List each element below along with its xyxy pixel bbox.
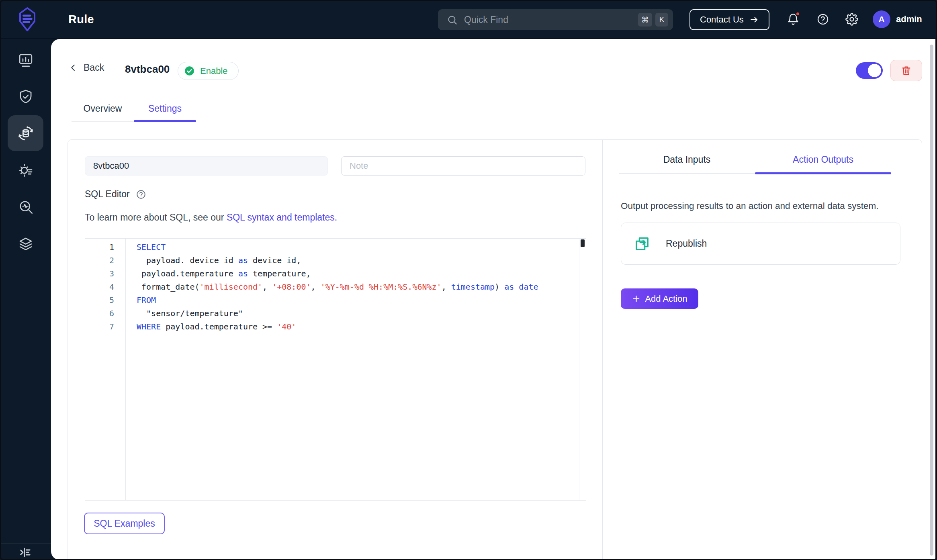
code-line: 4 format_date('millisecond', '+08:00', '… (85, 280, 579, 294)
cmd-key-badge: ⌘ (638, 13, 652, 27)
republish-icon (633, 235, 651, 253)
rule-id-input[interactable] (85, 156, 328, 176)
help-circle-icon (816, 13, 829, 26)
avatar-letter: A (878, 14, 884, 24)
code-line: 2 payload. device_id as device_id, (85, 254, 579, 267)
help-button[interactable] (814, 10, 832, 28)
sidebar-item-extensions[interactable] (8, 226, 43, 262)
io-pane: Data Inputs Action Outputs Output proces… (602, 140, 922, 560)
header-divider (114, 62, 114, 78)
shield-check-icon (17, 88, 34, 105)
code-text: WHERE payload.temperature >= '40' (114, 320, 296, 333)
arrow-right-icon (749, 15, 759, 25)
code-line: 5FROM (85, 294, 579, 307)
user-avatar[interactable]: A (873, 10, 890, 28)
sql-code-editor[interactable]: 1SELECT2 payload. device_id as device_id… (85, 238, 586, 501)
action-card-label: Republish (666, 238, 707, 249)
line-number: 3 (85, 267, 114, 280)
delete-rule-button[interactable] (890, 60, 922, 81)
line-number: 5 (85, 294, 114, 307)
sql-editor-label-row: SQL Editor (85, 189, 146, 200)
notification-unread-dot (795, 11, 800, 16)
settings-button[interactable] (843, 10, 861, 28)
username-label: admin (896, 14, 922, 25)
editor-scrollbar-track (579, 239, 586, 500)
tab-action-outputs[interactable]: Action Outputs (755, 140, 891, 173)
sql-hint-prefix: To learn more about SQL, see our (85, 212, 227, 223)
contact-us-button[interactable]: Contact Us (689, 9, 769, 30)
chevron-left-icon (69, 63, 78, 72)
main-content-card: Back 8vtbca00 Enable Overview Settings (51, 39, 935, 560)
sidebar-divider (0, 543, 51, 544)
k-key-badge: K (655, 13, 668, 27)
rule-id-title: 8vtbca00 (125, 63, 170, 76)
line-number: 2 (85, 254, 114, 267)
plus-icon (632, 294, 641, 303)
app-logo[interactable] (17, 7, 38, 32)
tab-overview[interactable]: Overview (72, 103, 134, 121)
action-outputs-description: Output processing results to an action a… (621, 201, 879, 211)
back-button[interactable]: Back (69, 62, 104, 73)
status-badge: Enable (178, 62, 239, 80)
trash-icon (900, 65, 912, 76)
line-number: 7 (85, 320, 114, 333)
sidebar-item-diagnose[interactable] (8, 189, 43, 225)
app-root: Rule Quick Find ⌘ K Contact Us (0, 0, 937, 560)
sidebar-item-management[interactable] (8, 152, 43, 188)
status-badge-label: Enable (200, 66, 228, 76)
line-number: 4 (85, 280, 114, 294)
sql-settings-pane: SQL Editor To learn more about SQL, see … (68, 140, 602, 560)
sql-examples-button[interactable]: SQL Examples (84, 513, 165, 534)
code-text: payload. device_id as device_id, (114, 254, 301, 267)
enable-toggle[interactable] (856, 62, 883, 79)
add-action-label: Add Action (645, 294, 687, 304)
page-scrollbar[interactable] (930, 45, 933, 556)
action-card-republish[interactable]: Republish (621, 223, 900, 265)
code-text: FROM (114, 294, 156, 307)
sql-editor-label: SQL Editor (85, 189, 130, 200)
notifications-button[interactable] (784, 10, 802, 28)
dashboard-monitor-icon (17, 52, 34, 69)
sql-code-lines: 1SELECT2 payload. device_id as device_id… (85, 241, 579, 333)
emqx-hexagon-logo-icon (17, 7, 38, 32)
search-input[interactable]: Quick Find ⌘ K (438, 9, 673, 30)
back-label: Back (84, 62, 104, 73)
line-number: 1 (85, 241, 114, 254)
help-circle-icon[interactable] (136, 189, 146, 200)
code-line: 6 "sensor/temperature" (85, 307, 579, 320)
collapse-sidebar-icon (18, 545, 33, 560)
tab-data-inputs[interactable]: Data Inputs (619, 140, 755, 173)
code-text: "sensor/temperature" (114, 307, 243, 320)
editor-scrollbar-thumb[interactable] (581, 239, 585, 247)
code-text: SELECT (114, 241, 166, 254)
contact-us-label: Contact Us (700, 14, 744, 25)
settings-panel: SQL Editor To learn more about SQL, see … (68, 139, 922, 560)
code-text: payload.temperature as temperature, (114, 267, 311, 280)
code-line: 3 payload.temperature as temperature, (85, 267, 579, 280)
search-icon (447, 14, 458, 25)
data-integration-icon (17, 125, 35, 142)
code-text: format_date('millisecond', '+08:00', '%Y… (114, 280, 538, 294)
toggle-knob (868, 64, 881, 77)
collapse-sidebar-button[interactable] (17, 544, 33, 560)
sql-syntax-link[interactable]: SQL syntax and templates. (227, 212, 337, 223)
sidebar (0, 39, 51, 560)
sidebar-item-dashboard[interactable] (8, 42, 43, 78)
add-action-button[interactable]: Add Action (621, 288, 698, 309)
code-line: 1SELECT (85, 241, 579, 254)
top-navbar: Rule Quick Find ⌘ K Contact Us (0, 0, 937, 39)
search-placeholder: Quick Find (464, 14, 635, 25)
tab-settings[interactable]: Settings (134, 103, 196, 121)
line-number: 6 (85, 307, 114, 320)
diagnose-magnifier-icon (17, 198, 34, 215)
code-line: 7WHERE payload.temperature >= '40' (85, 320, 579, 333)
gear-rules-icon (17, 162, 34, 179)
sql-hint-text: To learn more about SQL, see our SQL syn… (85, 212, 337, 223)
page-title: Rule (68, 12, 94, 26)
gear-icon (845, 13, 858, 26)
sidebar-item-access-control[interactable] (8, 79, 43, 114)
layers-icon (17, 235, 34, 252)
sidebar-item-data-integration[interactable] (8, 115, 43, 151)
note-input[interactable] (341, 156, 585, 176)
io-tabs: Data Inputs Action Outputs (619, 140, 891, 174)
